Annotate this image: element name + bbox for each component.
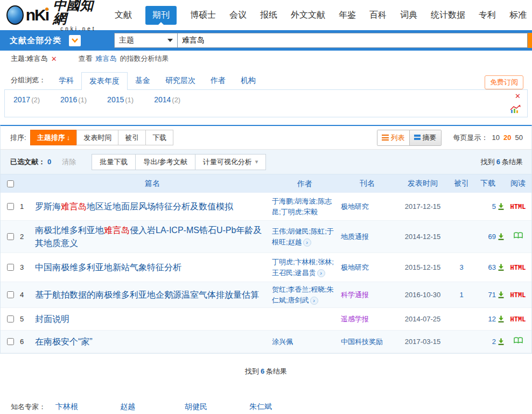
authors-link[interactable]: 涂兴佩 (272, 338, 293, 346)
journal-link[interactable]: 遥感学报 (341, 315, 369, 323)
expand-authors-icon[interactable]: › (303, 238, 311, 247)
expand-authors-icon[interactable]: › (317, 269, 325, 277)
search-field-select[interactable]: 主题 (114, 33, 178, 48)
article-title-link[interactable]: 南极北维多利亚地难言岛侵入岩LA-ICP-MS锆石U-Pb年龄及其地质意义 (35, 226, 262, 247)
journal-link[interactable]: 地质通报 (341, 233, 369, 241)
download-icon[interactable] (498, 203, 505, 210)
download-icon[interactable] (498, 291, 505, 298)
read-html-link[interactable]: HTML (510, 292, 526, 299)
list-view-button[interactable]: 列表 (377, 130, 410, 145)
read-html-link[interactable]: HTML (510, 264, 526, 272)
free-subscribe-button[interactable]: 免费订阅 (485, 75, 523, 89)
expand-authors-icon[interactable]: › (310, 297, 318, 305)
header-cited[interactable]: 被引 (452, 179, 471, 188)
article-title-link[interactable]: 中国南极维多利亚地新站气象特征分析 (35, 263, 181, 272)
nav-item-standard[interactable]: 标准 (509, 10, 527, 21)
cnki-logo[interactable]: nKi 中國知網 cnki.net (6, 0, 100, 32)
sort-by-date-button[interactable]: 发表时间 (76, 130, 118, 145)
download-count[interactable]: 71 (488, 291, 496, 299)
category-dropdown-button[interactable] (69, 35, 81, 46)
abstract-view-button[interactable]: 摘要 (410, 130, 441, 145)
year-facet-2017[interactable]: 2017(2) (13, 95, 40, 104)
row-checkbox[interactable] (7, 203, 14, 210)
expert-link[interactable]: 赵越 (120, 402, 185, 412)
download-count[interactable]: 12 (488, 315, 496, 323)
journal-link[interactable]: 极地研究 (341, 202, 369, 210)
download-icon[interactable] (498, 264, 505, 271)
authors-link[interactable]: 贺红;李香兰;程晓;朱仁斌;唐剑武 (272, 285, 334, 304)
export-reference-button[interactable]: 导出/参考文献 (135, 154, 195, 170)
select-all-checkbox[interactable] (7, 180, 14, 187)
nav-item-yearbook[interactable]: 年鉴 (339, 10, 356, 21)
article-title-link[interactable]: 封面说明 (35, 314, 69, 324)
cited-count[interactable]: 3 (452, 263, 471, 271)
read-book-icon[interactable] (514, 232, 523, 239)
year-facet-2016[interactable]: 2016(1) (60, 95, 87, 104)
download-icon[interactable] (498, 338, 505, 345)
remove-filter-icon[interactable]: ✕ (51, 55, 57, 63)
download-count[interactable]: 63 (488, 263, 496, 271)
nav-item-dictionary[interactable]: 词典 (400, 10, 417, 21)
year-facet-2014[interactable]: 2014(2) (154, 95, 180, 104)
nav-item-newspaper[interactable]: 报纸 (260, 10, 277, 21)
sort-by-topic-button[interactable]: 主题排序↓ (30, 130, 78, 145)
nav-item-statistics[interactable]: 统计数据 (431, 10, 465, 21)
search-button[interactable] (528, 33, 532, 48)
row-checkbox[interactable] (7, 315, 14, 322)
sort-by-download-button[interactable]: 下载 (145, 130, 173, 145)
sort-by-cited-button[interactable]: 被引 (118, 130, 146, 145)
article-title-link[interactable]: 基于航拍数据的南极维多利亚地企鹅源温室气体排放量估算 (35, 290, 259, 299)
expert-link[interactable]: 卞林根 (55, 402, 120, 412)
journal-link[interactable]: 极地研究 (341, 263, 369, 271)
search-input[interactable] (178, 33, 528, 48)
per-page-50[interactable]: 50 (515, 134, 523, 142)
download-count[interactable]: 69 (488, 233, 496, 241)
row-checkbox[interactable] (7, 233, 14, 240)
authors-link[interactable]: 于海鹏;胡海波;陈志昆;丁明虎;宋毅 (272, 197, 332, 216)
metrics-visualization-button[interactable]: 计量可视化分析▾ (195, 154, 267, 170)
header-journal[interactable]: 刊名 (338, 179, 394, 188)
group-tab-institution[interactable]: 机构 (233, 72, 263, 89)
header-download[interactable]: 下载 (471, 179, 505, 188)
header-read[interactable]: 阅读 (505, 179, 531, 188)
nav-item-journal[interactable]: 期刊 (145, 6, 177, 25)
group-tab-subject[interactable]: 学科 (51, 72, 81, 89)
batch-download-button[interactable]: 批量下载 (92, 154, 136, 170)
year-facet-2015[interactable]: 2015(1) (107, 95, 134, 104)
clear-selection-link[interactable]: 清除 (62, 157, 76, 167)
article-title-link[interactable]: 在南极安个“家” (35, 337, 93, 346)
category-label[interactable]: 文献全部分类 (10, 36, 61, 46)
header-title[interactable]: 篇名 (33, 179, 272, 188)
group-tab-research-level[interactable]: 研究层次 (158, 72, 203, 89)
nav-item-patent[interactable]: 专利 (479, 10, 496, 21)
nav-item-encyclopedia[interactable]: 百科 (369, 10, 387, 21)
per-page-10[interactable]: 10 (492, 134, 500, 142)
nav-item-literature[interactable]: 文献 (115, 10, 132, 21)
journal-link[interactable]: 科学通报 (341, 291, 369, 299)
expert-link[interactable]: 朱仁斌 (249, 402, 314, 412)
download-count[interactable]: 2 (492, 338, 496, 346)
group-tab-author[interactable]: 作者 (203, 72, 233, 89)
expert-link[interactable]: 胡健民 (185, 402, 249, 412)
nav-item-thesis[interactable]: 博硕士 (190, 10, 216, 21)
header-date[interactable]: 发表时间 (394, 179, 452, 188)
close-facet-icon[interactable]: ✕ (515, 92, 521, 100)
row-checkbox[interactable] (7, 264, 14, 271)
download-icon[interactable] (498, 315, 505, 322)
read-book-icon[interactable] (514, 337, 523, 344)
index-analysis-link[interactable]: 难言岛 (96, 54, 117, 64)
article-title-link[interactable]: 罗斯海难言岛地区近地面层风场特征分析及数值模拟 (35, 202, 233, 211)
download-count[interactable]: 5 (492, 202, 496, 210)
read-html-link[interactable]: HTML (510, 204, 526, 211)
row-checkbox[interactable] (7, 291, 14, 298)
download-icon[interactable] (498, 233, 505, 240)
row-checkbox[interactable] (7, 338, 14, 345)
group-tab-fund[interactable]: 基金 (128, 72, 158, 89)
read-html-link[interactable]: HTML (510, 316, 526, 324)
cited-count[interactable]: 1 (452, 291, 471, 299)
header-author[interactable]: 作者 (272, 178, 338, 190)
trend-chart-icon[interactable] (510, 104, 521, 114)
group-tab-publish-year[interactable]: 发表年度 (81, 72, 128, 90)
nav-item-conference[interactable]: 会议 (229, 10, 247, 21)
nav-item-foreign[interactable]: 外文文献 (291, 10, 325, 21)
